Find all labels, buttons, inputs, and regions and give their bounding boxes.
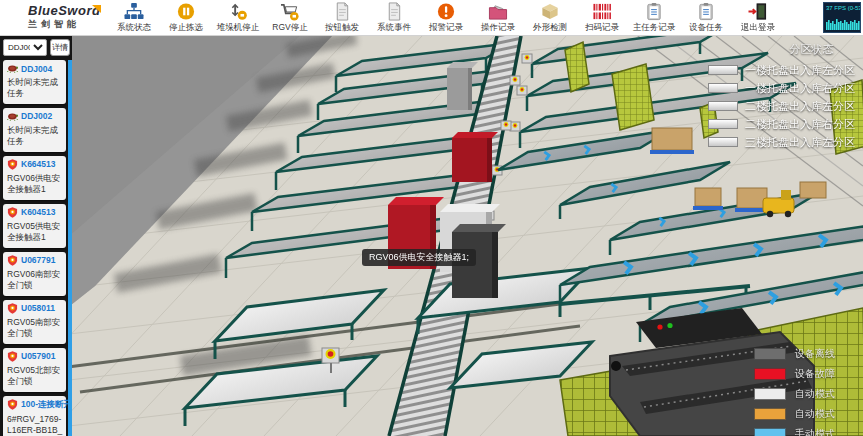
alarm-id: K664513 xyxy=(21,159,56,169)
alarm-id: 100-连接断开 xyxy=(21,399,68,411)
status-swatch xyxy=(754,428,786,436)
alarm-list: DDJ004 长时间未完成任务 DDJ002 长时间未完成任务 K664 xyxy=(0,60,68,436)
toolbar-button-label: 系统事件 xyxy=(377,22,411,34)
device-status-legend: 设备离线 设备故障 自动模式 自动模式 xyxy=(754,344,857,436)
alarm-id: DDJ002 xyxy=(21,111,52,121)
fps-histogram xyxy=(826,16,860,30)
toolbar-button[interactable]: 堆垛机停止 xyxy=(212,2,264,34)
zone-swatch xyxy=(708,83,738,93)
toolbar-button[interactable]: 设备任务 xyxy=(680,2,732,34)
app-logo: BlueSword 兰剑智能 xyxy=(0,4,104,31)
clipboard-icon xyxy=(643,2,665,21)
toolbar-button-label: 主任务记录 xyxy=(633,22,676,34)
zone-legend-title: 分区状态 xyxy=(708,42,855,57)
status-label: 手动模式 xyxy=(795,427,857,436)
document-icon xyxy=(383,2,405,21)
zone-label: 二楼托盘出入库右分区 xyxy=(745,117,855,132)
zone-label: 二楼托盘出入库左分区 xyxy=(745,99,855,114)
alarm-card[interactable]: U058011 RGV05南部安全门锁 xyxy=(3,300,66,344)
stacker-stop-icon xyxy=(227,2,249,21)
status-swatch xyxy=(754,348,786,360)
alarm-card[interactable]: K604513 RGV05供电安全接触器1 xyxy=(3,204,66,248)
shield-icon xyxy=(7,159,18,170)
toolbar-button[interactable]: 系统事件 xyxy=(368,2,420,34)
status-legend-row: 设备故障 xyxy=(754,364,857,384)
toolbar-button[interactable]: 系统状态 xyxy=(108,2,160,34)
document-icon xyxy=(331,2,353,21)
alarm-id: U057901 xyxy=(21,351,56,361)
toolbar-button[interactable]: 按钮触发 xyxy=(316,2,368,34)
zone-label: 一楼托盘出入库左分区 xyxy=(745,63,855,78)
alarm-id: K604513 xyxy=(21,207,56,217)
alert-icon xyxy=(435,2,457,21)
status-label: 设备离线 xyxy=(795,347,857,361)
status-legend-row: 自动模式 xyxy=(754,384,857,404)
zone-legend-row: 三楼托盘出入库左分区 xyxy=(708,133,855,151)
shield-icon xyxy=(7,351,18,362)
toolbar-button-label: 扫码记录 xyxy=(585,22,619,34)
zone-swatch xyxy=(708,119,738,129)
top-toolbar: BlueSword 兰剑智能 系统状态 停止拣选 堆垛机停止 xyxy=(0,0,863,36)
toolbar-button[interactable]: RGV停止 xyxy=(264,2,316,34)
toolbar-button-label: 退出登录 xyxy=(741,22,775,34)
zone-legend-row: 二楼托盘出入库左分区 xyxy=(708,97,855,115)
alarm-card[interactable]: DDJ002 长时间未完成任务 xyxy=(3,108,66,152)
exit-icon xyxy=(747,2,769,21)
toolbar-button[interactable]: 外形检测 xyxy=(524,2,576,34)
shield-icon xyxy=(7,399,18,410)
alarm-card[interactable]: DDJ004 长时间未完成任务 xyxy=(3,60,66,104)
cart-stop-icon xyxy=(279,2,301,21)
toolbar-button-label: 报警记录 xyxy=(429,22,463,34)
box-icon xyxy=(539,2,561,21)
zone-swatch xyxy=(708,65,738,75)
alarm-description: RGV06供电安全接触器1 xyxy=(7,173,63,196)
toolbar-button-label: 操作记录 xyxy=(481,22,515,34)
status-label: 设备故障 xyxy=(795,367,857,381)
fps-counter: 37 FPS (0-53) xyxy=(823,2,861,33)
clipboard-icon xyxy=(695,2,717,21)
zone-legend-row: 一楼托盘出入库右分区 xyxy=(708,79,855,97)
alarm-description: RGV05南部安全门锁 xyxy=(7,317,63,340)
red-cabinet-upper[interactable] xyxy=(452,132,498,182)
toolbar-button[interactable]: 操作记录 xyxy=(472,2,524,34)
zone-legend-row: 二楼托盘出入库右分区 xyxy=(708,115,855,133)
alarm-card[interactable]: K664513 RGV06供电安全接触器1 xyxy=(3,156,66,200)
sidebar-controls: DDJ005 详情 xyxy=(0,36,72,58)
toolbar-button[interactable]: 主任务记录 xyxy=(628,2,680,34)
status-legend-row: 设备离线 xyxy=(754,344,857,364)
turtle-icon xyxy=(7,63,18,74)
alarm-list-scrollbar[interactable] xyxy=(68,60,72,436)
alarm-sidebar: DDJ005 详情 DDJ004 长时间未完成任务 DDJ002 xyxy=(0,36,72,436)
status-label: 自动模式 xyxy=(795,407,857,421)
toolbar-button[interactable]: 停止拣选 xyxy=(160,2,212,34)
status-swatch xyxy=(754,408,786,420)
alarm-id: DDJ004 xyxy=(21,64,52,74)
wcs-monitor-app: RGV06供电安全接触器1; 分区状态 一楼托盘出入库左分区 一楼托盘出入库右分… xyxy=(0,0,863,436)
alarm-card[interactable]: U067791 RGV06南部安全门锁 xyxy=(3,252,66,296)
device-select[interactable]: DDJ005 xyxy=(3,39,47,56)
toolbar-button-label: 停止拣选 xyxy=(169,22,203,34)
toolbar-button[interactable]: 退出登录 xyxy=(732,2,784,34)
detail-button[interactable]: 详情 xyxy=(50,39,70,56)
alarm-description: 长时间未完成任务 xyxy=(7,77,63,100)
alarm-id: U067791 xyxy=(21,255,56,265)
alarm-card[interactable]: 100-连接断开 6#RGV_1769-L16ER-BB1B_RGV06 xyxy=(3,396,66,436)
zone-swatch xyxy=(708,101,738,111)
status-swatch xyxy=(754,388,786,400)
shield-icon xyxy=(7,303,18,314)
toolbar-button-label: 系统状态 xyxy=(117,22,151,34)
toolbar-button[interactable]: 扫码记录 xyxy=(576,2,628,34)
alarm-description: 6#RGV_1769-L16ER-BB1B_RGV06 xyxy=(7,414,63,436)
status-swatch xyxy=(754,368,786,380)
zone-swatch xyxy=(708,137,738,147)
toolbar-button-label: 按钮触发 xyxy=(325,22,359,34)
toolbar-button-label: 堆垛机停止 xyxy=(217,22,260,34)
alarm-card[interactable]: U057901 RGV05北部安全门锁 xyxy=(3,348,66,392)
zone-status-legend: 分区状态 一楼托盘出入库左分区 一楼托盘出入库右分区 二楼托盘出入库左分区 xyxy=(708,42,855,151)
device-tooltip: RGV06供电安全接触器1; xyxy=(362,249,476,266)
status-label: 自动模式 xyxy=(795,387,857,401)
fps-value: 37 FPS (0-53) xyxy=(824,3,860,12)
rgv-green-light xyxy=(667,323,672,328)
pause-icon xyxy=(175,2,197,21)
toolbar-button[interactable]: 报警记录 xyxy=(420,2,472,34)
